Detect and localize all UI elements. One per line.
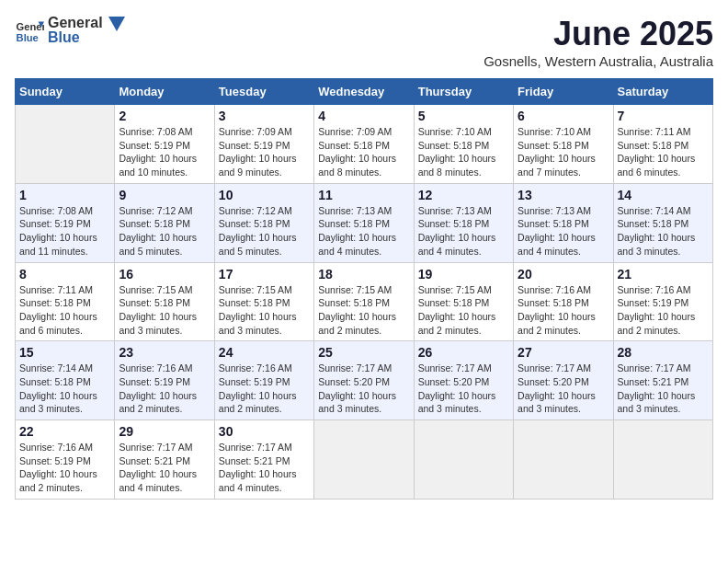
location-title: Gosnells, Western Australia, Australia — [483, 53, 713, 69]
day-info: Sunrise: 7:13 AMSunset: 5:18 PMDaylight:… — [418, 204, 509, 259]
day-number: 28 — [618, 345, 709, 360]
day-info: Sunrise: 7:17 AMSunset: 5:20 PMDaylight:… — [518, 362, 609, 416]
calendar-week-row: 8Sunrise: 7:11 AMSunset: 5:18 PMDaylight… — [16, 262, 713, 341]
svg-text:Blue: Blue — [17, 32, 39, 43]
weekday-header-monday: Monday — [115, 79, 214, 105]
calendar-cell: 19Sunrise: 7:15 AMSunset: 5:18 PMDayligh… — [414, 262, 513, 341]
weekday-header-wednesday: Wednesday — [314, 79, 414, 105]
day-info: Sunrise: 7:15 AMSunset: 5:18 PMDaylight:… — [318, 283, 409, 338]
calendar: SundayMondayTuesdayWednesdayThursdayFrid… — [15, 78, 713, 500]
day-number: 11 — [318, 188, 409, 202]
day-info: Sunrise: 7:17 AMSunset: 5:20 PMDaylight:… — [418, 362, 509, 416]
day-info: Sunrise: 7:12 AMSunset: 5:18 PMDaylight:… — [119, 204, 210, 259]
logo: General Blue General Blue — [15, 15, 125, 46]
day-number: 17 — [219, 267, 310, 282]
day-number: 21 — [618, 267, 709, 282]
day-number: 25 — [318, 345, 409, 360]
day-number: 30 — [219, 424, 310, 439]
day-number: 2 — [119, 109, 210, 123]
day-number: 20 — [518, 267, 609, 282]
day-number: 10 — [219, 188, 310, 202]
calendar-cell: 2Sunrise: 7:08 AMSunset: 5:19 PMDaylight… — [115, 105, 214, 184]
day-number: 14 — [618, 188, 709, 202]
day-info: Sunrise: 7:10 AMSunset: 5:18 PMDaylight:… — [418, 125, 509, 179]
day-info: Sunrise: 7:09 AMSunset: 5:18 PMDaylight:… — [318, 125, 409, 179]
day-info: Sunrise: 7:17 AMSunset: 5:21 PMDaylight:… — [618, 362, 709, 416]
month-title: June 2025 — [483, 15, 713, 53]
day-number: 26 — [418, 345, 509, 360]
calendar-cell: 10Sunrise: 7:12 AMSunset: 5:18 PMDayligh… — [214, 183, 313, 262]
day-number: 5 — [418, 109, 509, 123]
day-info: Sunrise: 7:11 AMSunset: 5:18 PMDaylight:… — [19, 283, 110, 338]
day-info: Sunrise: 7:16 AMSunset: 5:18 PMDaylight:… — [518, 283, 609, 338]
day-info: Sunrise: 7:15 AMSunset: 5:18 PMDaylight:… — [119, 283, 210, 338]
day-number: 6 — [518, 109, 609, 123]
calendar-cell: 13Sunrise: 7:13 AMSunset: 5:18 PMDayligh… — [514, 183, 613, 262]
day-info: Sunrise: 7:16 AMSunset: 5:19 PMDaylight:… — [119, 362, 210, 416]
calendar-cell: 17Sunrise: 7:15 AMSunset: 5:18 PMDayligh… — [214, 262, 313, 341]
logo-general: General — [48, 15, 103, 30]
weekday-header-sunday: Sunday — [16, 79, 115, 105]
day-number: 13 — [518, 188, 609, 202]
day-info: Sunrise: 7:08 AMSunset: 5:19 PMDaylight:… — [119, 125, 210, 179]
logo-icon: General Blue — [15, 16, 44, 45]
day-number: 8 — [19, 267, 110, 282]
day-number: 3 — [219, 109, 310, 123]
calendar-cell — [613, 420, 712, 500]
day-info: Sunrise: 7:13 AMSunset: 5:18 PMDaylight:… — [318, 204, 409, 259]
day-number: 22 — [19, 424, 110, 439]
logo-triangle-icon — [108, 17, 125, 31]
calendar-week-row: 2Sunrise: 7:08 AMSunset: 5:19 PMDaylight… — [16, 105, 713, 184]
calendar-cell: 3Sunrise: 7:09 AMSunset: 5:19 PMDaylight… — [214, 105, 313, 184]
calendar-cell — [514, 420, 613, 500]
day-number: 4 — [318, 109, 409, 123]
day-number: 16 — [119, 267, 210, 282]
day-number: 12 — [418, 188, 509, 202]
calendar-cell: 12Sunrise: 7:13 AMSunset: 5:18 PMDayligh… — [414, 183, 513, 262]
day-number: 19 — [418, 267, 509, 282]
weekday-header-row: SundayMondayTuesdayWednesdayThursdayFrid… — [16, 79, 713, 105]
calendar-cell — [314, 420, 414, 500]
day-info: Sunrise: 7:12 AMSunset: 5:18 PMDaylight:… — [219, 204, 310, 259]
day-info: Sunrise: 7:08 AMSunset: 5:19 PMDaylight:… — [19, 204, 110, 259]
day-info: Sunrise: 7:17 AMSunset: 5:21 PMDaylight:… — [119, 441, 210, 495]
calendar-cell: 15Sunrise: 7:14 AMSunset: 5:18 PMDayligh… — [16, 341, 115, 420]
calendar-cell: 29Sunrise: 7:17 AMSunset: 5:21 PMDayligh… — [115, 420, 214, 500]
weekday-header-tuesday: Tuesday — [214, 79, 313, 105]
calendar-cell: 27Sunrise: 7:17 AMSunset: 5:20 PMDayligh… — [514, 341, 613, 420]
day-info: Sunrise: 7:16 AMSunset: 5:19 PMDaylight:… — [219, 362, 310, 416]
calendar-cell: 30Sunrise: 7:17 AMSunset: 5:21 PMDayligh… — [214, 420, 313, 500]
calendar-cell: 22Sunrise: 7:16 AMSunset: 5:19 PMDayligh… — [16, 420, 115, 500]
header: General Blue General Blue June 2025 Gosn… — [15, 15, 713, 69]
calendar-cell: 28Sunrise: 7:17 AMSunset: 5:21 PMDayligh… — [613, 341, 712, 420]
day-number: 18 — [318, 267, 409, 282]
day-info: Sunrise: 7:16 AMSunset: 5:19 PMDaylight:… — [618, 283, 709, 338]
day-number: 7 — [618, 109, 709, 123]
day-number: 9 — [119, 188, 210, 202]
calendar-cell: 23Sunrise: 7:16 AMSunset: 5:19 PMDayligh… — [115, 341, 214, 420]
day-info: Sunrise: 7:13 AMSunset: 5:18 PMDaylight:… — [518, 204, 609, 259]
calendar-cell: 5Sunrise: 7:10 AMSunset: 5:18 PMDaylight… — [414, 105, 513, 184]
calendar-cell — [414, 420, 513, 500]
weekday-header-friday: Friday — [514, 79, 613, 105]
title-area: June 2025 Gosnells, Western Australia, A… — [483, 15, 713, 69]
calendar-cell: 1Sunrise: 7:08 AMSunset: 5:19 PMDaylight… — [16, 183, 115, 262]
day-info: Sunrise: 7:17 AMSunset: 5:20 PMDaylight:… — [318, 362, 409, 416]
svg-marker-3 — [108, 17, 125, 31]
calendar-cell: 25Sunrise: 7:17 AMSunset: 5:20 PMDayligh… — [314, 341, 414, 420]
calendar-cell: 9Sunrise: 7:12 AMSunset: 5:18 PMDaylight… — [115, 183, 214, 262]
day-info: Sunrise: 7:14 AMSunset: 5:18 PMDaylight:… — [19, 362, 110, 416]
calendar-cell: 11Sunrise: 7:13 AMSunset: 5:18 PMDayligh… — [314, 183, 414, 262]
day-info: Sunrise: 7:16 AMSunset: 5:19 PMDaylight:… — [19, 441, 110, 495]
day-number: 15 — [19, 345, 110, 360]
weekday-header-saturday: Saturday — [613, 79, 712, 105]
calendar-cell: 8Sunrise: 7:11 AMSunset: 5:18 PMDaylight… — [16, 262, 115, 341]
day-number: 1 — [19, 188, 110, 202]
calendar-week-row: 22Sunrise: 7:16 AMSunset: 5:19 PMDayligh… — [16, 420, 713, 500]
day-info: Sunrise: 7:14 AMSunset: 5:18 PMDaylight:… — [618, 204, 709, 259]
day-info: Sunrise: 7:15 AMSunset: 5:18 PMDaylight:… — [219, 283, 310, 338]
calendar-cell: 16Sunrise: 7:15 AMSunset: 5:18 PMDayligh… — [115, 262, 214, 341]
logo-blue: Blue — [48, 29, 125, 46]
calendar-cell: 26Sunrise: 7:17 AMSunset: 5:20 PMDayligh… — [414, 341, 513, 420]
calendar-cell: 20Sunrise: 7:16 AMSunset: 5:18 PMDayligh… — [514, 262, 613, 341]
